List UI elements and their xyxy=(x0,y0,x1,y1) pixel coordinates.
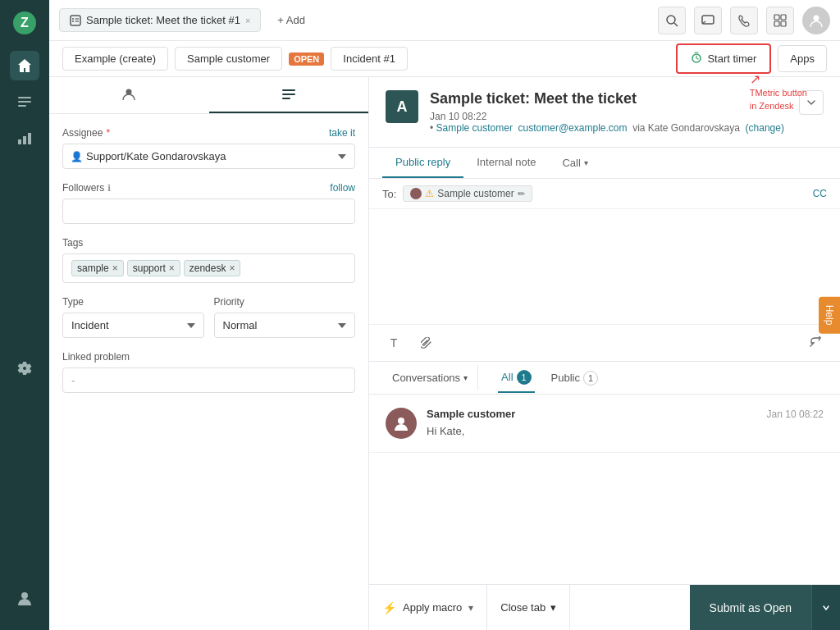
main-area: Sample ticket: Meet the ticket #1 × + Ad… xyxy=(49,0,840,630)
phone-button[interactable] xyxy=(730,7,758,34)
customer-link[interactable]: Sample customer xyxy=(436,122,513,134)
ticket-tab-close[interactable]: × xyxy=(245,16,250,25)
nav-home-icon[interactable] xyxy=(10,51,39,80)
tag-support[interactable]: support × xyxy=(127,260,180,276)
conv-tabs: Conversations ▾ All 1 Public xyxy=(369,362,840,395)
sample-customer-tab[interactable]: Sample customer xyxy=(175,47,282,71)
secondary-nav-right: Start timer Apps xyxy=(676,43,827,74)
grid-button[interactable] xyxy=(766,7,794,34)
filter-public-tab[interactable]: Public 1 xyxy=(548,364,601,392)
conversations-section: Conversations ▾ All 1 Public xyxy=(369,362,840,584)
svg-rect-26 xyxy=(282,98,290,99)
top-bar-right xyxy=(658,7,830,34)
public-reply-tab[interactable]: Public reply xyxy=(382,148,463,178)
svg-rect-4 xyxy=(18,105,26,107)
info-tab-icon xyxy=(281,87,296,102)
help-button[interactable]: Help xyxy=(819,297,840,334)
apply-macro-button[interactable]: ⚡ Apply macro ▾ xyxy=(369,585,487,630)
tag-support-remove[interactable]: × xyxy=(169,262,175,274)
linked-problem-input[interactable] xyxy=(62,368,355,393)
submit-area: Submit as Open xyxy=(690,585,840,630)
to-label: To: xyxy=(382,188,396,200)
incident-tab[interactable]: Incident #1 xyxy=(331,47,408,71)
svg-rect-6 xyxy=(23,136,26,144)
customer-email[interactable]: customer@example.com xyxy=(518,122,628,134)
via-text: via Kate Gondarovskaya xyxy=(632,122,740,134)
attach-button[interactable] xyxy=(415,331,438,354)
follow-link[interactable]: follow xyxy=(330,182,355,194)
submit-chevron-button[interactable] xyxy=(811,585,840,630)
message-header: Sample customer Jan 10 08:22 xyxy=(427,408,824,420)
text-format-button[interactable]: T xyxy=(382,331,405,354)
call-tab[interactable]: Call ▾ xyxy=(549,148,600,178)
filter-all-tab[interactable]: All 1 xyxy=(498,363,534,393)
svg-rect-24 xyxy=(282,89,295,91)
message-button[interactable] xyxy=(694,7,722,34)
search-button[interactable] xyxy=(658,7,686,34)
linked-problem-field: Linked problem xyxy=(62,351,355,393)
panel-tab-person[interactable] xyxy=(49,77,209,113)
type-select[interactable]: Incident Question Problem Task xyxy=(62,313,204,338)
nav-reports-icon[interactable] xyxy=(10,123,39,153)
filter-public-label: Public xyxy=(551,372,580,384)
content-area: Assignee * take it 👤 Support/Kate Gondar… xyxy=(49,77,840,630)
ticket-tab-icon xyxy=(70,15,81,26)
change-link[interactable]: (change) xyxy=(746,122,784,134)
apps-button[interactable]: Apps xyxy=(778,45,827,72)
help-label: Help xyxy=(824,305,835,326)
nav-logo[interactable]: Z xyxy=(10,8,39,38)
recipient-avatar xyxy=(410,188,422,199)
forward-button[interactable] xyxy=(804,331,827,354)
priority-select[interactable]: Normal Low High Urgent xyxy=(214,313,356,338)
ticket-tab-label: Sample ticket: Meet the ticket #1 xyxy=(86,14,240,26)
ticket-title: Sample ticket: Meet the ticket xyxy=(430,90,784,107)
add-tab-button[interactable]: + Add xyxy=(267,9,315,31)
nav-user-icon[interactable] xyxy=(10,584,39,614)
forward-icon xyxy=(809,336,822,349)
close-tab-button[interactable]: Close tab ▾ xyxy=(487,585,570,630)
recipient-badge[interactable]: ⚠ Sample customer ✏ xyxy=(403,185,532,202)
all-count-badge: 1 xyxy=(517,370,532,385)
reply-tabs: Public reply Internal note Call ▾ xyxy=(369,148,840,179)
macro-lightning-icon: ⚡ xyxy=(382,601,396,614)
svg-point-10 xyxy=(72,18,74,20)
tags-container[interactable]: sample × support × zendesk × xyxy=(62,253,355,283)
followers-input[interactable] xyxy=(62,199,355,224)
panel-tabs xyxy=(49,77,368,114)
conversations-tab-button[interactable]: Conversations ▾ xyxy=(382,365,478,390)
example-create-tab[interactable]: Example (create) xyxy=(62,47,168,71)
take-it-link[interactable]: take it xyxy=(329,127,355,139)
conv-messages: Sample customer Jan 10 08:22 Hi Kate, xyxy=(369,395,840,584)
conversations-label: Conversations xyxy=(392,372,460,384)
svg-rect-20 xyxy=(781,21,786,26)
tag-sample[interactable]: sample × xyxy=(71,260,124,276)
panel-tab-info[interactable] xyxy=(209,77,369,113)
type-label: Type xyxy=(62,296,204,308)
ticket-tab[interactable]: Sample ticket: Meet the ticket #1 × xyxy=(59,8,261,32)
submit-button[interactable]: Submit as Open xyxy=(690,585,811,630)
svg-point-27 xyxy=(398,418,404,424)
svg-rect-2 xyxy=(18,97,31,98)
start-timer-button[interactable]: Start timer xyxy=(676,43,771,74)
linked-problem-label: Linked problem xyxy=(62,351,355,363)
cc-button[interactable]: CC xyxy=(813,188,827,199)
svg-point-8 xyxy=(21,592,28,599)
submit-chevron-icon xyxy=(822,604,830,612)
panel-body: Assignee * take it 👤 Support/Kate Gondar… xyxy=(49,114,368,419)
svg-rect-3 xyxy=(18,101,31,103)
nav-settings-icon[interactable] xyxy=(10,354,39,383)
assignee-select[interactable]: Support/Kate Gondarovskaya xyxy=(62,144,355,169)
action-bar: ⚡ Apply macro ▾ Close tab ▾ Submit as Op… xyxy=(369,584,840,630)
followers-info-icon: ℹ xyxy=(107,183,111,194)
tag-sample-remove[interactable]: × xyxy=(112,262,118,274)
user-avatar-button[interactable] xyxy=(802,7,830,34)
internal-note-tab[interactable]: Internal note xyxy=(463,148,549,178)
reply-body[interactable] xyxy=(369,209,840,324)
tag-zendesk[interactable]: zendesk × xyxy=(184,260,241,276)
expand-button[interactable] xyxy=(799,90,824,115)
svg-point-12 xyxy=(72,21,74,22)
tag-zendesk-remove[interactable]: × xyxy=(229,262,235,274)
priority-field: Priority Normal Low High Urgent xyxy=(214,296,356,338)
nav-tickets-icon[interactable] xyxy=(10,87,39,116)
followers-field: Followers ℹ follow xyxy=(62,182,355,224)
